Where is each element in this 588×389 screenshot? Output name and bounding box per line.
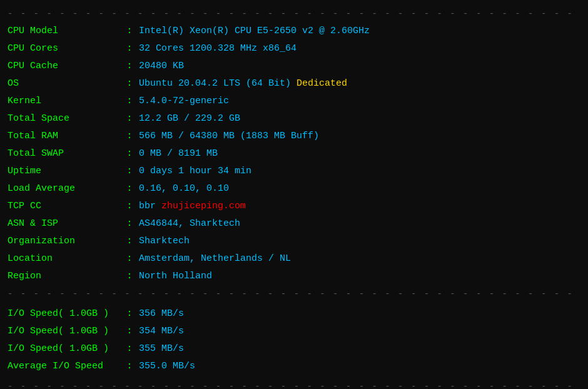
row-value: 354 MB/s	[139, 323, 580, 340]
row-value: North Holland	[139, 268, 580, 285]
watermark-text: zhujiceping.com	[161, 201, 246, 211]
row-value: Ubuntu 20.04.2 LTS (64 Bit) Dedicated	[139, 75, 580, 93]
io-info-table: I/O Speed( 1.0GB ):356 MB/sI/O Speed( 1.…	[8, 305, 580, 375]
row-value: 355 MB/s	[139, 340, 580, 358]
row-separator: :	[120, 145, 139, 163]
row-value: 566 MB / 64380 MB (1883 MB Buff)	[139, 128, 580, 145]
row-value: 20480 KB	[139, 58, 580, 75]
row-label: I/O Speed( 1.0GB )	[8, 305, 120, 323]
row-label: CPU Cache	[8, 58, 120, 75]
row-label: Location	[8, 250, 120, 268]
system-info-table: CPU Model:Intel(R) Xeon(R) CPU E5-2650 v…	[8, 23, 580, 285]
row-value: 0.16, 0.10, 0.10	[139, 180, 580, 198]
table-row: CPU Model:Intel(R) Xeon(R) CPU E5-2650 v…	[8, 23, 580, 40]
row-label: Kernel	[8, 93, 120, 110]
row-value: 356 MB/s	[139, 305, 580, 323]
row-value: bbr zhujiceping.com	[139, 198, 580, 215]
row-separator: :	[120, 93, 139, 110]
table-row: CPU Cache:20480 KB	[8, 58, 580, 75]
table-row: OS:Ubuntu 20.04.2 LTS (64 Bit) Dedicated	[8, 75, 580, 93]
table-row: Total RAM:566 MB / 64380 MB (1883 MB Buf…	[8, 128, 580, 145]
row-separator: :	[120, 128, 139, 145]
row-label: OS	[8, 75, 120, 93]
row-separator: :	[120, 40, 139, 58]
row-separator: :	[120, 215, 139, 233]
row-separator: :	[120, 323, 139, 340]
row-separator: :	[120, 233, 139, 250]
row-value: 32 Cores 1200.328 MHz x86_64	[139, 40, 580, 58]
table-row: Region:North Holland	[8, 268, 580, 285]
row-value: AS46844, Sharktech	[139, 215, 580, 233]
row-label: Load Average	[8, 180, 120, 198]
row-label: Region	[8, 268, 120, 285]
row-value: 0 days 1 hour 34 min	[139, 163, 580, 180]
row-value: 12.2 GB / 229.2 GB	[139, 110, 580, 128]
top-dashed-line: - - - - - - - - - - - - - - - - - - - - …	[8, 9, 580, 19]
row-value: Sharktech	[139, 233, 580, 250]
table-row: Average I/O Speed:355.0 MB/s	[8, 358, 580, 375]
row-label: ASN & ISP	[8, 215, 120, 233]
row-value: 5.4.0-72-generic	[139, 93, 580, 110]
row-label: Total SWAP	[8, 145, 120, 163]
row-separator: :	[120, 110, 139, 128]
row-value: 355.0 MB/s	[139, 358, 580, 375]
row-separator: :	[120, 340, 139, 358]
table-row: Total Space:12.2 GB / 229.2 GB	[8, 110, 580, 128]
main-container: - - - - - - - - - - - - - - - - - - - - …	[0, 0, 588, 389]
row-label: Uptime	[8, 163, 120, 180]
table-row: Uptime:0 days 1 hour 34 min	[8, 163, 580, 180]
row-label: I/O Speed( 1.0GB )	[8, 340, 120, 358]
row-separator: :	[120, 268, 139, 285]
row-label: CPU Model	[8, 23, 120, 40]
table-row: Load Average:0.16, 0.10, 0.10	[8, 180, 580, 198]
bottom-dashed-line: - - - - - - - - - - - - - - - - - - - - …	[8, 381, 580, 389]
table-row: I/O Speed( 1.0GB ):356 MB/s	[8, 305, 580, 323]
row-separator: :	[120, 180, 139, 198]
row-value: Intel(R) Xeon(R) CPU E5-2650 v2 @ 2.60GH…	[139, 23, 580, 40]
row-extra: Dedicated	[297, 78, 347, 89]
middle-dashed-line: - - - - - - - - - - - - - - - - - - - - …	[8, 289, 580, 299]
table-row: TCP CC:bbr zhujiceping.com	[8, 198, 580, 215]
table-row: Kernel:5.4.0-72-generic	[8, 93, 580, 110]
row-separator: :	[120, 23, 139, 40]
row-label: Total RAM	[8, 128, 120, 145]
row-separator: :	[120, 58, 139, 75]
table-row: Organization:Sharktech	[8, 233, 580, 250]
row-label: I/O Speed( 1.0GB )	[8, 323, 120, 340]
row-separator: :	[120, 163, 139, 180]
table-row: I/O Speed( 1.0GB ):354 MB/s	[8, 323, 580, 340]
row-label: Total Space	[8, 110, 120, 128]
table-row: I/O Speed( 1.0GB ):355 MB/s	[8, 340, 580, 358]
row-label: Average I/O Speed	[8, 358, 120, 375]
table-row: Total SWAP:0 MB / 8191 MB	[8, 145, 580, 163]
row-separator: :	[120, 305, 139, 323]
table-row: ASN & ISP:AS46844, Sharktech	[8, 215, 580, 233]
row-separator: :	[120, 198, 139, 215]
table-row: Location:Amsterdam, Netherlands / NL	[8, 250, 580, 268]
row-label: Organization	[8, 233, 120, 250]
table-row: CPU Cores:32 Cores 1200.328 MHz x86_64	[8, 40, 580, 58]
row-separator: :	[120, 358, 139, 375]
row-separator: :	[120, 75, 139, 93]
row-value: 0 MB / 8191 MB	[139, 145, 580, 163]
row-label: CPU Cores	[8, 40, 120, 58]
row-value: Amsterdam, Netherlands / NL	[139, 250, 580, 268]
row-separator: :	[120, 250, 139, 268]
row-label: TCP CC	[8, 198, 120, 215]
